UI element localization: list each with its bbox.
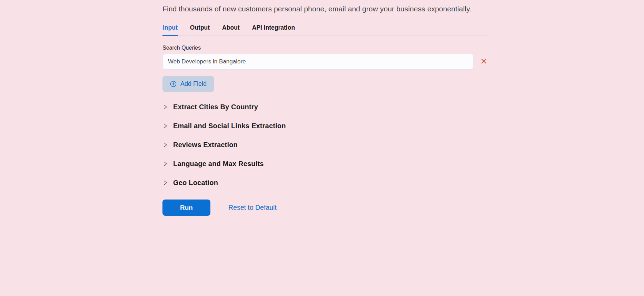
run-button[interactable]: Run: [162, 200, 210, 216]
section-title: Language and Max Results: [173, 160, 264, 168]
remove-query-button[interactable]: [478, 56, 489, 68]
tab-input[interactable]: Input: [162, 23, 178, 36]
chevron-right-icon: [162, 161, 168, 167]
section-title: Extract Cities By Country: [173, 103, 258, 111]
page-title: Find thousands of new customers personal…: [162, 5, 489, 13]
section-title: Reviews Extraction: [173, 141, 238, 149]
action-row: Run Reset to Default: [162, 200, 489, 216]
main-content: Find thousands of new customers personal…: [162, 0, 489, 216]
section-language-and-max-results[interactable]: Language and Max Results: [162, 159, 489, 169]
search-query-input[interactable]: [162, 54, 474, 70]
reset-to-default-link[interactable]: Reset to Default: [228, 204, 277, 212]
section-title: Geo Location: [173, 179, 218, 187]
plus-circle-icon: [170, 80, 177, 88]
tab-bar: Input Output About API Integration: [162, 23, 489, 36]
tab-api-integration[interactable]: API Integration: [252, 23, 295, 36]
accordion-sections: Extract Cities By Country Email and Soci…: [162, 102, 489, 187]
section-title: Email and Social Links Extraction: [173, 122, 286, 130]
chevron-right-icon: [162, 180, 168, 186]
tab-output[interactable]: Output: [190, 23, 210, 36]
section-email-and-social-links[interactable]: Email and Social Links Extraction: [162, 121, 489, 131]
section-reviews-extraction[interactable]: Reviews Extraction: [162, 140, 489, 150]
add-field-button[interactable]: Add Field: [162, 76, 214, 92]
section-extract-cities-by-country[interactable]: Extract Cities By Country: [162, 102, 489, 112]
chevron-right-icon: [162, 123, 168, 129]
search-queries-label: Search Queries: [162, 45, 489, 51]
search-query-row: [162, 54, 489, 70]
x-icon: [480, 57, 488, 66]
chevron-right-icon: [162, 142, 168, 148]
tab-about[interactable]: About: [222, 23, 240, 36]
chevron-right-icon: [162, 104, 168, 110]
section-geo-location[interactable]: Geo Location: [162, 178, 489, 187]
add-field-label: Add Field: [180, 80, 207, 88]
